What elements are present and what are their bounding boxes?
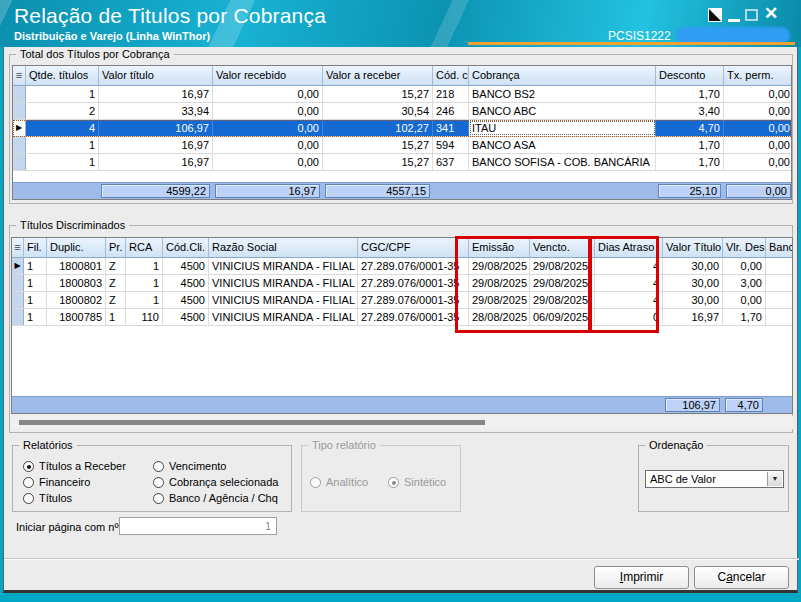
relatorios-group: Relatórios Títulos a ReceberFinanceiroTí… xyxy=(12,445,292,512)
column-header[interactable]: Fil. xyxy=(24,238,47,258)
cell: ITAU xyxy=(469,120,656,136)
scrollbar-thumb[interactable] xyxy=(19,420,485,425)
radio-option[interactable]: Banco / Agência / Chq xyxy=(153,492,278,506)
radio-label: Títulos xyxy=(39,492,72,504)
cell: 27.289.076/0001-35 xyxy=(358,275,469,291)
table-row[interactable]: 116,970,0015,27218BANCO BS21,700,00 xyxy=(13,86,791,103)
radio-icon[interactable] xyxy=(310,477,321,488)
column-header[interactable]: Valor Título xyxy=(663,238,723,258)
grid-corner-cell[interactable]: ≡ xyxy=(13,66,26,86)
cell: VINICIUS MIRANDA - FILIAL I xyxy=(209,309,358,325)
row-cursor-icon: ▶ xyxy=(14,261,20,270)
column-header[interactable]: RCA xyxy=(126,238,163,258)
table-row[interactable]: 116,970,0015,27594BANCO ASA1,700,00 xyxy=(13,137,791,154)
total-value: 4557,15 xyxy=(325,184,430,198)
cancelar-button[interactable]: Cancelar xyxy=(694,566,789,589)
cell: 218 xyxy=(433,86,469,102)
grid-header-row: ≡Qtde. títulosValor títuloValor recebido… xyxy=(13,66,791,86)
table-row[interactable]: ▶11800801Z14500VINICIUS MIRANDA - FILIAL… xyxy=(12,258,792,275)
radio-option[interactable]: Títulos xyxy=(23,492,72,506)
row-indicator xyxy=(13,103,26,119)
row-cursor-icon: ▶ xyxy=(16,123,22,132)
radio-icon[interactable] xyxy=(153,477,164,488)
app-window: Relação de Titulos por Cobrança Distribu… xyxy=(0,0,801,602)
relatorios-group-label: Relatórios xyxy=(19,439,77,451)
radio-label: Sintético xyxy=(404,476,446,488)
column-header[interactable]: Cód.Cli. xyxy=(163,238,209,258)
radio-icon[interactable] xyxy=(23,493,34,504)
grid-header-row: ≡Fil.Duplic.Pr.RCACód.Cli.Razão SocialCG… xyxy=(12,238,792,258)
cell: 4500 xyxy=(163,309,209,325)
cell: 1 xyxy=(126,275,163,291)
radio-option[interactable]: Financeiro xyxy=(23,476,90,490)
chevron-down-icon[interactable]: ▼ xyxy=(767,472,782,486)
radio-option[interactable]: Vencimento xyxy=(153,460,226,474)
column-header[interactable]: Qtde. títulos xyxy=(26,66,99,86)
table-row[interactable]: 11800803Z14500VINICIUS MIRANDA - FILIAL … xyxy=(12,275,792,292)
column-header[interactable]: Banco xyxy=(766,238,793,258)
grid-total-row: 106,974,70 xyxy=(12,396,792,413)
table-row[interactable]: 233,940,0030,54246BANCO ABC3,400,00 xyxy=(13,103,791,120)
column-header[interactable]: Razão Social xyxy=(209,238,358,258)
window-title: Relação de Titulos por Cobrança xyxy=(14,4,326,28)
ordenacao-dropdown-value: ABC de Valor xyxy=(650,473,716,485)
row-indicator xyxy=(12,292,24,308)
ordenacao-dropdown[interactable]: ABC de Valor ▼ xyxy=(645,470,784,488)
row-indicator: ▶ xyxy=(12,258,24,274)
radio-label: Títulos a Receber xyxy=(39,460,126,472)
column-header[interactable]: CGC/CPF xyxy=(358,238,469,258)
column-header[interactable]: Cobrança xyxy=(469,66,656,86)
cell: 1 xyxy=(126,292,163,308)
start-page-label: Iniciar página com nº: xyxy=(16,521,122,533)
minimize-icon[interactable] xyxy=(728,19,740,22)
maximize-icon[interactable] xyxy=(745,9,758,21)
radio-option[interactable]: Cobrança selecionada xyxy=(153,476,278,490)
column-header[interactable]: Valor recebido xyxy=(213,66,323,86)
column-header[interactable]: Valor a receber xyxy=(323,66,433,86)
radio-label: Vencimento xyxy=(169,460,226,472)
summary-group-label: Total dos Títulos por Cobrança xyxy=(16,48,174,60)
cell: 1,70 xyxy=(656,86,724,102)
radio-icon[interactable] xyxy=(23,477,34,488)
grid-corner-cell[interactable]: ≡ xyxy=(12,238,24,258)
button-bar-divider xyxy=(4,558,799,560)
cell: 0,00 xyxy=(213,86,323,102)
column-header[interactable]: Vlr. Desc. xyxy=(723,238,766,258)
table-row[interactable]: 11800802Z14500VINICIUS MIRANDA - FILIAL … xyxy=(12,292,792,309)
radio-label: Cobrança selecionada xyxy=(169,476,278,488)
horizontal-scrollbar[interactable] xyxy=(11,416,793,429)
table-row[interactable]: ▶4106,970,00102,27341ITAU4,700,00 xyxy=(13,120,791,137)
start-page-input[interactable]: 1 xyxy=(119,517,277,535)
cell: VINICIUS MIRANDA - FILIAL I xyxy=(209,258,358,274)
radio-option[interactable]: Analítico xyxy=(310,476,368,490)
cell: 15,27 xyxy=(323,86,433,102)
cell: VINICIUS MIRANDA - FILIAL I xyxy=(209,292,358,308)
details-grid: ≡Fil.Duplic.Pr.RCACód.Cli.Razão SocialCG… xyxy=(11,237,793,414)
cell: Z xyxy=(106,292,126,308)
column-header[interactable]: Valor título xyxy=(99,66,213,86)
about-icon[interactable] xyxy=(708,8,722,22)
radio-option[interactable]: Títulos a Receber xyxy=(23,460,126,474)
column-header[interactable]: Tx. perm. xyxy=(724,66,792,86)
radio-option[interactable]: Sintético xyxy=(388,476,446,490)
column-header[interactable]: Cód. co xyxy=(433,66,469,86)
cell: 594 xyxy=(433,137,469,153)
cell: 1 xyxy=(26,137,99,153)
radio-icon[interactable] xyxy=(153,493,164,504)
column-header[interactable]: Pr. xyxy=(106,238,126,258)
cell: 637 xyxy=(433,154,469,170)
cell: 1800801 xyxy=(47,258,106,274)
radio-selected-icon[interactable] xyxy=(388,477,399,488)
radio-label: Financeiro xyxy=(39,476,90,488)
column-header[interactable]: Desconto xyxy=(656,66,724,86)
radio-icon[interactable] xyxy=(153,461,164,472)
table-row[interactable]: 116,970,0015,27637BANCO SOFISA - COB. BA… xyxy=(13,154,791,171)
table-row[interactable]: 1180078511104500VINICIUS MIRANDA - FILIA… xyxy=(12,309,792,326)
highlight-red-box-dias-atraso xyxy=(588,236,659,333)
close-icon[interactable]: ✕ xyxy=(764,4,778,24)
cell: 1 xyxy=(24,258,47,274)
column-header[interactable]: Duplic. xyxy=(47,238,106,258)
radio-selected-icon[interactable] xyxy=(23,461,34,472)
imprimir-button[interactable]: Imprimir xyxy=(594,566,689,589)
cell: 0,00 xyxy=(724,137,792,153)
